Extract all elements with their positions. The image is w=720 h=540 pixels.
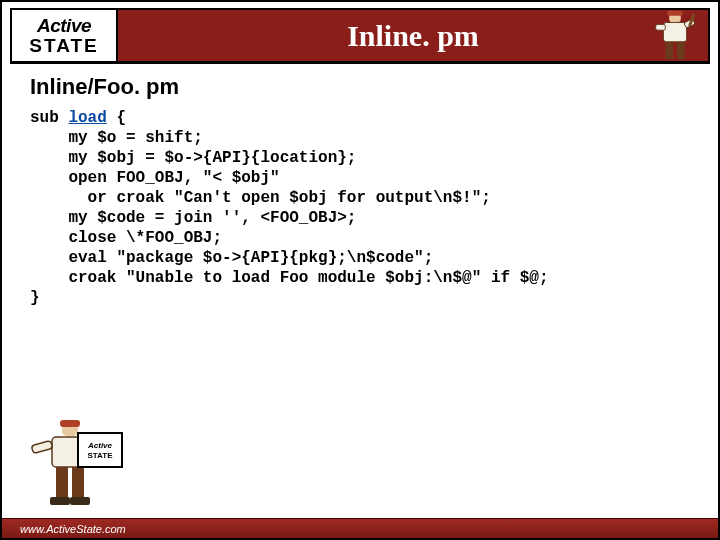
svg-rect-15 — [50, 497, 70, 505]
svg-rect-16 — [70, 497, 90, 505]
code-brace-close: } — [30, 289, 40, 307]
footer-bar: www.ActiveState.com — [2, 518, 718, 538]
code-line: close \*FOO_OBJ; — [30, 229, 222, 247]
code-line: eval "package $o->{API}{pkg};\n$code"; — [30, 249, 433, 267]
svg-rect-9 — [60, 420, 80, 427]
svg-rect-5 — [665, 42, 673, 59]
logo-line2: STATE — [29, 36, 98, 56]
footer-url: www.ActiveState.com — [20, 523, 126, 535]
worker-icon — [646, 6, 704, 66]
logo-line1: Active — [37, 16, 91, 36]
code-block: sub load { my $o = shift; my $obj = $o->… — [30, 108, 718, 308]
code-brace-open: { — [107, 109, 126, 127]
worker-with-box-icon: Active STATE — [20, 415, 130, 520]
title-bar: Inline. pm — [118, 8, 710, 63]
code-line: my $code = join '', <FOO_OBJ>; — [30, 209, 356, 227]
code-line: my $obj = $o->{API}{location}; — [30, 149, 356, 167]
code-line: my $o = shift; — [30, 129, 203, 147]
code-keyword-load: load — [68, 109, 106, 127]
svg-rect-2 — [663, 22, 686, 41]
slide-header: Active STATE Inline. pm — [10, 8, 710, 64]
svg-rect-11 — [31, 441, 52, 454]
code-line: open FOO_OBJ, "< $obj" — [30, 169, 280, 187]
svg-rect-14 — [72, 467, 84, 497]
svg-text:Active: Active — [87, 441, 113, 450]
slide-subtitle: Inline/Foo. pm — [30, 74, 718, 100]
svg-text:STATE: STATE — [87, 451, 113, 460]
code-line: or croak "Can't open $obj for output\n$!… — [30, 189, 491, 207]
svg-rect-17 — [78, 433, 122, 467]
code-line: croak "Unable to load Foo module $obj:\n… — [30, 269, 548, 287]
svg-rect-6 — [677, 42, 685, 59]
svg-rect-1 — [667, 11, 682, 16]
svg-rect-3 — [656, 24, 666, 30]
activestate-logo: Active STATE — [10, 8, 118, 63]
svg-rect-13 — [56, 467, 68, 497]
code-keyword-sub: sub — [30, 109, 68, 127]
slide-title: Inline. pm — [347, 19, 479, 53]
